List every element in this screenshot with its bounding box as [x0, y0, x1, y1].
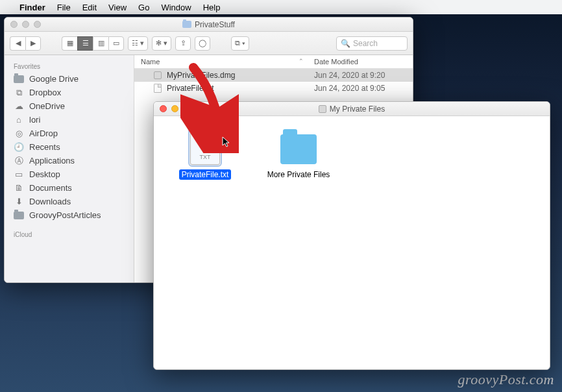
sidebar-item-label: Downloads — [29, 197, 71, 206]
documents-icon: 🗎 — [14, 184, 24, 193]
desktop-icon: ▭ — [14, 170, 24, 179]
sidebar-item-label: Google Drive — [29, 74, 79, 84]
sidebar-item-dropbox[interactable]: ⧉Dropbox — [5, 86, 134, 99]
folder-icon — [280, 134, 317, 164]
arrange-button[interactable]: ☷ ▾ — [128, 36, 148, 51]
txt-file-icon — [190, 130, 220, 165]
folder-icon — [14, 212, 24, 219]
window-title-text: PrivateStuff — [195, 20, 235, 29]
sidebar-item-desktop[interactable]: ▭Desktop — [5, 167, 134, 181]
view-buttons: ▦ ☰ ▥ ▭ — [62, 36, 124, 51]
file-date: Jun 24, 2020 at 9:20 — [314, 71, 406, 80]
gallery-view-button[interactable]: ▭ — [108, 36, 124, 51]
cloud-icon: ☁ — [14, 102, 24, 111]
file-name: PrivateFile.txt — [167, 84, 314, 93]
menu-go[interactable]: Go — [138, 3, 149, 12]
sidebar-item-documents[interactable]: 🗎Documents — [5, 181, 134, 195]
sidebar-item-label: Documents — [29, 183, 72, 193]
sidebar-item-applications[interactable]: ⒶApplications — [5, 154, 134, 167]
window-title: PrivateStuff — [5, 20, 413, 29]
menu-help[interactable]: Help — [203, 3, 221, 12]
tags-button[interactable]: ◯ — [195, 36, 210, 51]
sidebar-item-label: Recents — [29, 142, 60, 152]
disk-icon — [319, 105, 326, 113]
folder-icon — [14, 75, 24, 83]
forward-button[interactable]: ▶ — [25, 36, 41, 51]
close-button[interactable] — [10, 21, 18, 28]
sidebar-icloud-header: iCloud — [5, 227, 134, 240]
finder-window-my-private-files: My Private Files PrivateFile.txt More Pr… — [153, 101, 550, 370]
document-icon — [153, 83, 163, 93]
list-header[interactable]: Name⌃ Date Modified — [134, 55, 413, 69]
sidebar-item-airdrop[interactable]: ◎AirDrop — [5, 127, 134, 140]
sidebar-item-home[interactable]: ⌂lori — [5, 113, 134, 127]
file-label: PrivateFile.txt — [179, 169, 232, 180]
column-view-button[interactable]: ▥ — [93, 36, 108, 51]
sidebar-item-label: GroovyPostArticles — [29, 210, 101, 220]
disk-icon — [153, 70, 163, 80]
titlebar[interactable]: PrivateStuff — [5, 18, 413, 32]
sidebar-item-onedrive[interactable]: ☁OneDrive — [5, 99, 134, 113]
sidebar-item-label: OneDrive — [29, 101, 65, 111]
dropbox-button[interactable]: ⧉ ▾ — [231, 36, 249, 51]
window-title: My Private Files — [154, 104, 550, 114]
sidebar-item-label: Applications — [29, 156, 75, 165]
sidebar-item-label: AirDrop — [29, 129, 58, 138]
watermark: groovyPost.com — [458, 371, 554, 388]
titlebar[interactable]: My Private Files — [154, 102, 550, 116]
sidebar: Favorites Google Drive ⧉Dropbox ☁OneDriv… — [5, 55, 134, 282]
search-icon: 🔍 — [341, 39, 350, 48]
minimize-button[interactable] — [22, 21, 29, 28]
menu-window[interactable]: Window — [161, 3, 191, 12]
zoom-button[interactable] — [183, 105, 190, 112]
nav-buttons: ◀ ▶ — [10, 36, 41, 51]
folder-item[interactable]: More Private Files — [263, 129, 334, 180]
apps-icon: Ⓐ — [14, 156, 24, 165]
sidebar-item-label: lori — [29, 115, 40, 125]
sidebar-item-label: Desktop — [29, 169, 60, 179]
file-date: Jun 24, 2020 at 9:05 — [314, 84, 406, 93]
toolbar: ◀ ▶ ▦ ☰ ▥ ▭ ☷ ▾ ✻ ▾ ⇪ ◯ ⧉ ▾ 🔍 Search — [5, 32, 413, 55]
sort-caret-icon: ⌃ — [299, 58, 314, 66]
menubar[interactable]: Finder File Edit View Go Window Help — [0, 0, 562, 14]
column-date[interactable]: Date Modified — [314, 58, 406, 66]
minimize-button[interactable] — [171, 105, 178, 112]
dropbox-icon: ⧉ — [14, 88, 24, 97]
clock-icon: 🕘 — [14, 143, 24, 152]
file-label: More Private Files — [265, 169, 333, 180]
sidebar-item-recents[interactable]: 🕘Recents — [5, 140, 134, 154]
window-title-text: My Private Files — [330, 104, 385, 114]
sidebar-item-groovypost[interactable]: GroovyPostArticles — [5, 208, 134, 222]
share-button[interactable]: ⇪ — [175, 36, 191, 51]
sidebar-item-google-drive[interactable]: Google Drive — [5, 72, 134, 86]
downloads-icon: ⬇ — [14, 197, 24, 206]
airdrop-icon: ◎ — [14, 129, 24, 138]
sidebar-favorites-header: Favorites — [5, 59, 134, 72]
column-name[interactable]: Name⌃ — [141, 58, 314, 66]
sidebar-item-label: Dropbox — [29, 88, 61, 97]
search-placeholder: Search — [353, 39, 378, 48]
file-row[interactable]: PrivateFile.txt Jun 24, 2020 at 9:05 — [134, 82, 413, 95]
folder-icon — [182, 21, 191, 28]
list-view-button[interactable]: ☰ — [77, 36, 93, 51]
menu-view[interactable]: View — [108, 3, 127, 12]
file-name: MyPrivateFiles.dmg — [167, 71, 314, 80]
back-button[interactable]: ◀ — [10, 36, 25, 51]
home-icon: ⌂ — [14, 116, 24, 125]
menu-file[interactable]: File — [57, 3, 71, 12]
menu-edit[interactable]: Edit — [82, 3, 97, 12]
zoom-button[interactable] — [34, 21, 41, 28]
icon-view[interactable]: PrivateFile.txt More Private Files — [154, 116, 550, 193]
close-button[interactable] — [160, 105, 167, 112]
action-button[interactable]: ✻ ▾ — [152, 36, 171, 51]
file-item[interactable]: PrivateFile.txt — [169, 129, 241, 180]
search-field[interactable]: 🔍 Search — [336, 36, 408, 51]
icon-view-button[interactable]: ▦ — [62, 36, 77, 51]
sidebar-item-downloads[interactable]: ⬇Downloads — [5, 195, 134, 208]
app-name[interactable]: Finder — [19, 3, 45, 12]
file-row[interactable]: MyPrivateFiles.dmg Jun 24, 2020 at 9:20 — [134, 69, 413, 82]
